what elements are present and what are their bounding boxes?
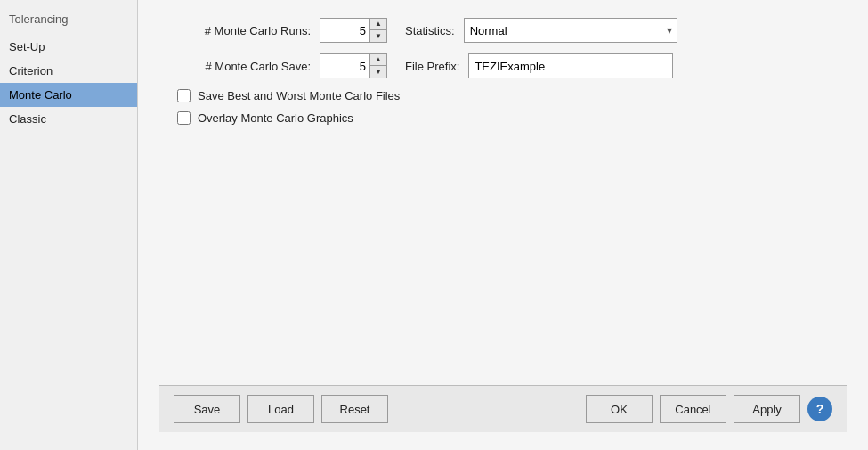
sidebar-item-classic[interactable]: Classic (0, 107, 137, 131)
content-area: # Monte Carlo Runs: ▲ ▼ Statistics: Norm… (138, 0, 868, 450)
monte-carlo-save-row: # Monte Carlo Save: ▲ ▼ File Prefix: (159, 53, 847, 78)
bottom-bar-right: OK Cancel Apply ? (586, 395, 832, 423)
form-area: # Monte Carlo Runs: ▲ ▼ Statistics: Norm… (159, 18, 847, 385)
load-button[interactable]: Load (247, 395, 314, 423)
spinner-buttons: ▲ ▼ (369, 19, 386, 42)
save-spinner-down-btn[interactable]: ▼ (370, 66, 386, 78)
help-button[interactable]: ? (807, 397, 832, 421)
sidebar-item-monte-carlo[interactable]: Monte Carlo (0, 83, 137, 107)
monte-carlo-runs-spinner: ▲ ▼ (320, 18, 387, 43)
monte-carlo-save-input[interactable] (320, 54, 369, 78)
save-best-worst-checkbox[interactable] (177, 89, 191, 102)
cancel-button[interactable]: Cancel (660, 395, 726, 423)
sidebar-item-criterion[interactable]: Criterion (0, 59, 137, 83)
reset-button[interactable]: Reset (321, 395, 388, 423)
bottom-bar: Save Load Reset OK Cancel Apply ? (159, 385, 847, 432)
ok-button[interactable]: OK (586, 395, 653, 423)
save-best-worst-row: Save Best and Worst Monte Carlo Files (177, 89, 847, 102)
save-spinner-buttons: ▲ ▼ (369, 54, 386, 78)
overlay-graphics-checkbox[interactable] (177, 111, 191, 125)
statistics-select[interactable]: Normal Uniform Log Normal (464, 18, 677, 43)
file-prefix-input[interactable] (468, 53, 673, 78)
statistics-select-wrapper: Normal Uniform Log Normal (464, 18, 677, 43)
file-prefix-label: File Prefix: (405, 60, 459, 73)
spinner-up-btn[interactable]: ▲ (370, 19, 386, 30)
bottom-bar-left: Save Load Reset (174, 395, 388, 423)
sidebar-item-setup[interactable]: Set-Up (0, 35, 137, 59)
monte-carlo-runs-input[interactable] (320, 19, 369, 42)
monte-carlo-runs-label: # Monte Carlo Runs: (159, 24, 311, 37)
sidebar-title: Tolerancing (0, 7, 137, 35)
monte-carlo-save-label: # Monte Carlo Save: (159, 60, 311, 73)
sidebar: Tolerancing Set-Up Criterion Monte Carlo… (0, 0, 138, 450)
save-button[interactable]: Save (174, 395, 240, 423)
overlay-graphics-row: Overlay Monte Carlo Graphics (177, 111, 847, 125)
monte-carlo-save-spinner: ▲ ▼ (320, 53, 387, 78)
apply-button[interactable]: Apply (734, 395, 800, 423)
overlay-graphics-label: Overlay Monte Carlo Graphics (198, 111, 353, 125)
save-best-worst-label: Save Best and Worst Monte Carlo Files (198, 89, 400, 102)
save-spinner-up-btn[interactable]: ▲ (370, 54, 386, 66)
statistics-label: Statistics: (405, 24, 455, 37)
monte-carlo-runs-row: # Monte Carlo Runs: ▲ ▼ Statistics: Norm… (159, 18, 847, 43)
spinner-down-btn[interactable]: ▼ (370, 30, 386, 42)
